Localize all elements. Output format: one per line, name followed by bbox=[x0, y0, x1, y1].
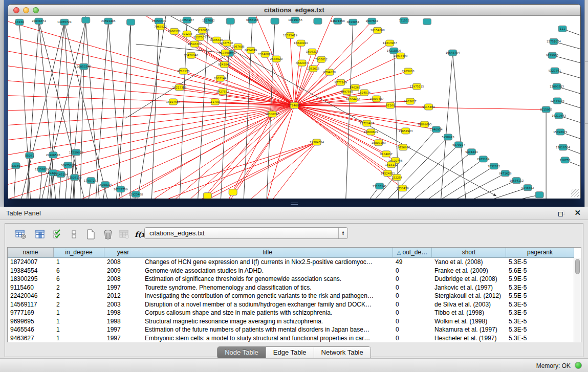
table-row[interactable]: 969969511998Structural magnetic resonanc… bbox=[8, 317, 581, 326]
graph-node[interactable]: 7632621 bbox=[488, 163, 500, 169]
graph-node[interactable]: 9474444 bbox=[465, 149, 478, 155]
graph-node[interactable]: 8960128 bbox=[168, 28, 181, 34]
graph-node[interactable]: 9129965 bbox=[546, 52, 559, 58]
graph-node[interactable] bbox=[229, 189, 237, 195]
graph-node[interactable]: 16053809 bbox=[152, 18, 166, 24]
graph-node[interactable] bbox=[82, 17, 90, 23]
graph-node[interactable]: 6794028 bbox=[323, 69, 336, 75]
graph-node[interactable]: 7963822 bbox=[154, 24, 166, 30]
graph-node[interactable]: 2935114 bbox=[477, 156, 490, 162]
graph-node[interactable]: 2718176 bbox=[177, 68, 190, 74]
graph-node[interactable]: 7485063 bbox=[402, 68, 415, 74]
table-row[interactable]: 911546021997Tourette syndrome. Phenomeno… bbox=[8, 283, 581, 292]
graph-node[interactable]: 33159 bbox=[11, 163, 20, 169]
column-header-year[interactable]: year bbox=[104, 248, 142, 258]
graph-node[interactable]: 9463627 bbox=[404, 98, 417, 104]
graph-node[interactable]: 18300295 bbox=[265, 111, 279, 117]
graph-node[interactable]: 12505135 bbox=[68, 174, 82, 181]
graph-node[interactable]: 12213967 bbox=[383, 40, 397, 46]
graph-node[interactable]: 14671358 bbox=[331, 18, 345, 24]
table-row[interactable]: 1456911722003Disruption of a novel membe… bbox=[8, 300, 581, 309]
table-row[interactable]: 1872400712008Changes of HCN gene express… bbox=[8, 258, 581, 267]
tab-node-table[interactable]: Node Table bbox=[217, 347, 266, 358]
graph-node[interactable]: 18107554 bbox=[166, 99, 180, 105]
graph-node[interactable]: 9227341 bbox=[549, 68, 561, 74]
graph-node[interactable]: 111 bbox=[558, 26, 567, 32]
graph-node[interactable] bbox=[271, 18, 279, 24]
graph-node[interactable]: 751552 bbox=[399, 17, 409, 24]
graph-node[interactable]: 23420046 bbox=[184, 52, 198, 58]
graph-node[interactable]: 15751074 bbox=[547, 38, 561, 45]
graph-node[interactable]: 16543382 bbox=[187, 41, 202, 47]
graph-node[interactable]: 20691406 bbox=[101, 18, 116, 24]
column-header-pagerank[interactable]: pagerank bbox=[506, 248, 574, 258]
graph-node[interactable]: 12444194 bbox=[550, 98, 564, 104]
graph-node[interactable] bbox=[127, 19, 135, 25]
graph-node[interactable]: 85081 bbox=[25, 152, 34, 159]
network-window-titlebar[interactable]: citations_edges.txt bbox=[8, 5, 580, 16]
table-row[interactable]: 946554611997Estimation of the future num… bbox=[8, 325, 581, 334]
graph-node[interactable] bbox=[314, 18, 322, 24]
graph-node[interactable]: 891293 bbox=[182, 31, 192, 37]
graph-node[interactable]: 8822037 bbox=[296, 60, 309, 66]
graph-node[interactable]: 12975115 bbox=[410, 83, 424, 90]
close-panel-icon[interactable]: ✕ bbox=[574, 208, 581, 217]
table-row[interactable]: 977716911998Corpus callosum shape and si… bbox=[8, 309, 581, 317]
graph-node[interactable]: 10807487 bbox=[369, 96, 384, 102]
select-all-rows-button[interactable] bbox=[50, 227, 66, 242]
graph-node[interactable]: 20031874 bbox=[32, 18, 46, 24]
graph-node[interactable]: 1624534 bbox=[358, 90, 371, 96]
graph-node[interactable]: 23146821 bbox=[258, 51, 272, 57]
graph-node[interactable]: 7955812 bbox=[315, 56, 328, 62]
graph-node[interactable]: 20206576 bbox=[46, 152, 60, 158]
graph-node[interactable]: 11700 bbox=[211, 99, 220, 105]
graph-node[interactable]: 9115460 bbox=[422, 104, 435, 110]
tab-network-table[interactable]: Network Table bbox=[314, 347, 371, 358]
graph-node[interactable]: 18640910 bbox=[294, 40, 308, 46]
graph-node[interactable]: 2588520 bbox=[270, 56, 283, 62]
graph-node[interactable]: 2803144 bbox=[214, 75, 227, 81]
graph-node[interactable]: 12325419 bbox=[283, 32, 297, 38]
graph-node[interactable] bbox=[203, 193, 211, 199]
scrollbar-thumb[interactable] bbox=[575, 259, 580, 274]
float-panel-icon[interactable] bbox=[558, 210, 565, 216]
select-columns-button[interactable] bbox=[33, 227, 48, 242]
column-header-short[interactable]: short bbox=[432, 248, 506, 258]
graph-node[interactable]: 2967608 bbox=[232, 43, 245, 50]
column-header-title[interactable]: title bbox=[142, 248, 393, 258]
graph-node[interactable]: 18130 bbox=[15, 19, 24, 25]
graph-node[interactable]: 8454749 bbox=[245, 47, 257, 53]
graph-node[interactable]: 6879197 bbox=[452, 142, 465, 148]
graph-node[interactable]: 62160 bbox=[386, 102, 395, 108]
graph-node[interactable]: 116753 bbox=[560, 157, 571, 163]
graph-node[interactable]: 19654923 bbox=[399, 128, 413, 134]
network-window[interactable]: citations_edges.txt 18130200318741405572… bbox=[8, 4, 581, 199]
table-row[interactable]: 2242004622012Investigating the contribut… bbox=[8, 292, 581, 300]
graph-node[interactable]: 8215955 bbox=[540, 106, 553, 113]
new-table-button[interactable] bbox=[83, 227, 98, 242]
graph-node[interactable]: 15892971 bbox=[553, 129, 568, 135]
graph-node[interactable]: 1527602 bbox=[202, 17, 214, 24]
graph-node[interactable]: 1640954 bbox=[430, 126, 443, 133]
graph-node[interactable]: 252254 bbox=[391, 174, 402, 181]
graph-node[interactable] bbox=[226, 18, 234, 24]
graph-node[interactable]: 17957253 bbox=[84, 178, 98, 184]
graph-node[interactable]: 1696317 bbox=[306, 49, 319, 55]
graph-node[interactable] bbox=[423, 18, 431, 25]
column-header-out_de[interactable]: △out_de… bbox=[393, 248, 432, 258]
graph-node[interactable]: 16958107 bbox=[98, 182, 113, 188]
graph-node[interactable]: 16210643 bbox=[552, 113, 566, 119]
graph-node[interactable]: 14055724 bbox=[57, 19, 72, 25]
column-header-name[interactable]: name bbox=[8, 248, 54, 258]
graph-node[interactable]: 9245652 bbox=[521, 185, 534, 191]
graph-node[interactable]: 2087682 bbox=[366, 18, 378, 24]
graph-node[interactable] bbox=[535, 192, 543, 198]
network-canvas[interactable]: 1813020031874140557242069140616053809106… bbox=[8, 16, 580, 199]
right-scroll-strip[interactable] bbox=[584, 0, 588, 207]
graph-node[interactable]: 10719155 bbox=[288, 17, 302, 23]
pane-splitter-handle[interactable] bbox=[291, 203, 298, 206]
table-row[interactable]: 946362711997Embryonic stem cells: a mode… bbox=[8, 334, 581, 343]
graph-node[interactable]: 746266 bbox=[350, 84, 360, 91]
table-settings-button[interactable] bbox=[13, 227, 29, 242]
table-row[interactable]: 1830029562008Estimation of significance … bbox=[8, 275, 581, 283]
